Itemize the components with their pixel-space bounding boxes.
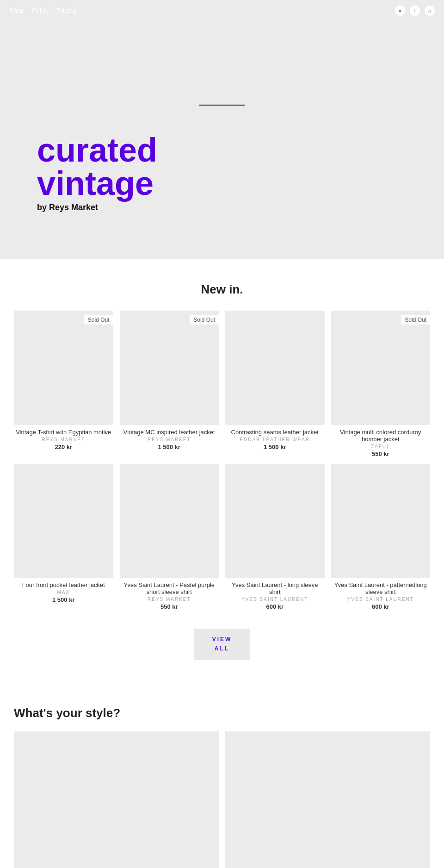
product-card-7[interactable]: Yves Saint Laurent - patternedlong sleev… bbox=[331, 464, 431, 611]
product-price-6: 600 kr bbox=[225, 603, 325, 610]
product-image-2 bbox=[225, 311, 325, 425]
sold-out-badge-3: Sold Out bbox=[401, 315, 430, 325]
products-grid-row1: Sold OutVintage T-shirt with Egyptian mo… bbox=[14, 311, 430, 610]
product-price-7: 600 kr bbox=[331, 603, 431, 610]
style-grid bbox=[14, 731, 430, 868]
product-card-0[interactable]: Sold OutVintage T-shirt with Egyptian mo… bbox=[14, 311, 113, 457]
hero-title: curated vintage bbox=[37, 133, 444, 200]
product-name-7: Yves Saint Laurent - patternedlong sleev… bbox=[331, 581, 431, 595]
style-section: What's your style? bbox=[0, 692, 444, 868]
product-price-4: 1 500 kr bbox=[14, 596, 113, 603]
product-card-6[interactable]: Yves Saint Laurent - long sleeve shirtYV… bbox=[225, 464, 325, 611]
hero-title-line2: vintage bbox=[37, 167, 444, 200]
hero-text-block: curated vintage by Reys Market bbox=[0, 106, 444, 231]
view-all-wrap: VIEWALL bbox=[14, 619, 430, 678]
main-nav: Shop Policy Pricing ● f p bbox=[0, 0, 444, 21]
nav-shop[interactable]: Shop bbox=[9, 7, 25, 14]
product-brand-6: YVES SAINT LAURENT bbox=[225, 597, 325, 602]
product-image-7 bbox=[331, 464, 431, 578]
new-in-section: New in. Sold OutVintage T-shirt with Egy… bbox=[0, 259, 444, 692]
view-all-button[interactable]: VIEWALL bbox=[194, 629, 251, 659]
product-name-5: Yves Saint Laurent - Pastel purple short… bbox=[120, 581, 219, 595]
product-card-4[interactable]: Four front pocket leather jacketMAX1 500… bbox=[14, 464, 113, 611]
sold-out-badge-0: Sold Out bbox=[84, 315, 113, 325]
product-image-5 bbox=[120, 464, 219, 578]
nav-pricing[interactable]: Pricing bbox=[56, 7, 76, 14]
product-name-0: Vintage T-shirt with Egyptian motive bbox=[14, 429, 113, 436]
product-image-0: Sold Out bbox=[14, 311, 113, 425]
product-name-6: Yves Saint Laurent - long sleeve shirt bbox=[225, 581, 325, 595]
nav-policy[interactable]: Policy bbox=[32, 7, 49, 14]
hero-section: Shop Policy Pricing ● f p curated vintag… bbox=[0, 0, 444, 259]
product-brand-4: MAX bbox=[14, 590, 113, 595]
product-price-3: 550 kr bbox=[331, 450, 431, 457]
new-in-title: New in. bbox=[14, 282, 430, 297]
product-image-4 bbox=[14, 464, 113, 578]
product-price-0: 220 kr bbox=[14, 443, 113, 450]
product-price-1: 1 500 kr bbox=[120, 443, 219, 450]
product-price-2: 1 500 kr bbox=[225, 443, 325, 450]
product-name-3: Vintage multi colored corduroy bomber ja… bbox=[331, 429, 431, 443]
nav-icon-group: ● f p bbox=[395, 6, 435, 16]
product-image-6 bbox=[225, 464, 325, 578]
product-image-1: Sold Out bbox=[120, 311, 219, 425]
product-brand-5: REYS MARKET bbox=[120, 597, 219, 602]
hero-by: by Reys Market bbox=[37, 203, 444, 212]
sold-out-badge-1: Sold Out bbox=[190, 315, 219, 325]
product-card-3[interactable]: Sold OutVintage multi colored corduroy b… bbox=[331, 311, 431, 457]
hero-title-line1: curated bbox=[37, 133, 444, 167]
nav-links: Shop Policy Pricing bbox=[9, 6, 76, 15]
product-card-2[interactable]: Contrasting seams leather jacketEDDAR LE… bbox=[225, 311, 325, 457]
product-name-2: Contrasting seams leather jacket bbox=[225, 429, 325, 436]
product-name-1: Vintage MC inspired leather jacket bbox=[120, 429, 219, 436]
product-brand-1: REYS MARKET bbox=[120, 437, 219, 442]
pinterest-icon[interactable]: p bbox=[425, 6, 435, 16]
product-brand-2: EDDAR LEATHER WEAR bbox=[225, 437, 325, 442]
product-card-1[interactable]: Sold OutVintage MC inspired leather jack… bbox=[120, 311, 219, 457]
product-image-3: Sold Out bbox=[331, 311, 431, 425]
product-price-5: 550 kr bbox=[120, 603, 219, 610]
product-brand-0: REYS MARKET bbox=[14, 437, 113, 442]
product-brand-3: ZAFUL bbox=[331, 444, 431, 449]
instagram-icon[interactable]: ● bbox=[395, 6, 405, 16]
style-card-2[interactable] bbox=[225, 731, 430, 868]
product-name-4: Four front pocket leather jacket bbox=[14, 581, 113, 588]
style-card-1[interactable] bbox=[14, 731, 219, 868]
product-brand-7: YVES SAINT LAURENT bbox=[331, 597, 431, 602]
product-card-5[interactable]: Yves Saint Laurent - Pastel purple short… bbox=[120, 464, 219, 611]
facebook-icon[interactable]: f bbox=[410, 6, 420, 16]
style-section-title: What's your style? bbox=[14, 706, 430, 720]
